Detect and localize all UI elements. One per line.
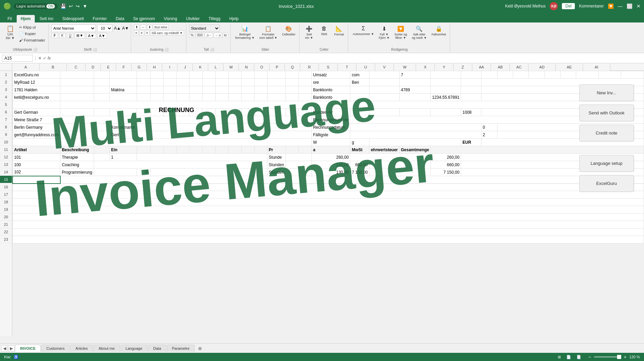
cell-AD1[interactable] xyxy=(576,71,598,79)
align-right-btn[interactable]: ≡ xyxy=(145,30,150,35)
row-21[interactable]: 21 xyxy=(0,221,12,228)
credit-note-btn[interactable]: Credit note xyxy=(579,125,634,141)
row-5[interactable]: 5 xyxy=(0,101,12,108)
comment-button[interactable]: Kommentarer xyxy=(579,4,604,9)
cell-O3[interactable] xyxy=(267,86,286,94)
cell-S10[interactable]: g xyxy=(350,139,369,146)
zoom-in-btn[interactable]: + xyxy=(623,354,628,360)
cell-N4[interactable] xyxy=(254,94,267,101)
cell-C11[interactable] xyxy=(94,146,109,154)
cell-W4[interactable] xyxy=(461,94,481,101)
cell-N11[interactable] xyxy=(254,146,267,154)
currency-btn[interactable]: kr xyxy=(223,33,228,38)
align-top-btn[interactable]: ⬆ xyxy=(134,25,139,30)
cell-A6[interactable]: Gert German xyxy=(13,109,60,116)
row-14[interactable]: 14 xyxy=(0,168,12,176)
col-header-K[interactable]: K xyxy=(193,63,208,71)
cell-G4[interactable] xyxy=(164,94,177,101)
add-sheet-btn[interactable]: ⊕ xyxy=(195,344,205,352)
cell-U3[interactable]: 4789 xyxy=(399,86,431,94)
cell-O13[interactable]: Stunden xyxy=(267,161,286,169)
cell-F3[interactable] xyxy=(151,86,164,94)
share-button[interactable]: Del xyxy=(562,3,575,9)
cell-styles-btn[interactable]: 🎨 Cellestiler xyxy=(280,25,297,37)
col-header-F[interactable]: F xyxy=(116,63,132,71)
col-header-AE[interactable]: AE xyxy=(556,63,583,71)
cell-S6[interactable] xyxy=(350,109,369,116)
col-header-Q[interactable]: Q xyxy=(285,63,300,71)
cell-E6[interactable] xyxy=(137,109,151,116)
confirm-formula-btn[interactable]: ✓ xyxy=(43,56,46,61)
cell-W9[interactable]: 2 xyxy=(481,131,497,139)
cell-P3[interactable] xyxy=(286,86,298,94)
cell-M4[interactable] xyxy=(241,94,254,101)
sensitivity-btn[interactable]: 🔒 Følsomhet xyxy=(430,25,448,37)
cell-M11[interactable] xyxy=(241,146,254,154)
cell-V3[interactable] xyxy=(431,86,461,94)
cell-R11[interactable]: a xyxy=(311,146,350,154)
row-3[interactable]: 3 xyxy=(0,86,12,93)
cell-I4[interactable] xyxy=(189,94,202,101)
col-header-E[interactable]: E xyxy=(101,63,116,71)
new-invoice-btn[interactable]: New Inv... xyxy=(579,84,634,101)
cell-R6[interactable]: Kunden-Nr xyxy=(311,109,350,116)
border-btn[interactable]: ⊞▼ xyxy=(75,33,85,38)
cell-A2[interactable]: MyRoad 12 xyxy=(13,79,60,86)
cell-A13[interactable]: 100 xyxy=(13,161,60,169)
cell-K11[interactable] xyxy=(215,146,228,154)
language-setup-btn[interactable]: Language setup xyxy=(579,155,634,172)
bold-btn[interactable]: F xyxy=(51,33,58,38)
cell-O4[interactable] xyxy=(267,94,286,101)
minimize-btn[interactable]: — xyxy=(618,3,623,9)
cell-A14[interactable]: 102 xyxy=(13,169,60,176)
cell-T1[interactable] xyxy=(369,71,399,79)
cell-B9[interactable] xyxy=(60,131,94,139)
sheet-scroll-right[interactable]: ▶ xyxy=(8,345,14,351)
tab-tillegg[interactable]: Tillegg xyxy=(204,15,225,22)
cell-Q11[interactable] xyxy=(298,146,311,154)
sheet-tab-data[interactable]: Data xyxy=(148,345,166,352)
cell-A12[interactable]: 101 xyxy=(13,154,60,161)
align-bottom-btn[interactable]: ⬇ xyxy=(147,25,152,30)
col-header-J[interactable]: J xyxy=(178,63,193,71)
cell-R14[interactable]: 130,00 xyxy=(311,169,350,176)
cell-M3[interactable] xyxy=(241,86,254,94)
cell-C12[interactable] xyxy=(94,154,109,161)
tab-fil[interactable]: Fil xyxy=(3,15,16,22)
redo-icon[interactable]: ↪ xyxy=(76,3,80,9)
cell-T11[interactable]: ehrwertsteuer xyxy=(369,146,399,154)
cell-R12[interactable]: 260,00 xyxy=(311,154,350,161)
cell-W10[interactable]: EUR xyxy=(461,139,481,146)
sheet-tab-parametre[interactable]: Parametre xyxy=(167,345,195,352)
sheet-tab-about-me[interactable]: About me xyxy=(93,345,120,352)
cell-AE1[interactable] xyxy=(599,71,621,79)
col-header-AA[interactable]: AA xyxy=(472,63,491,71)
cell-U11[interactable]: Gesamtmenge xyxy=(399,146,431,154)
row-18[interactable]: 18 xyxy=(0,198,12,206)
tab-hjem[interactable]: Hjem xyxy=(17,15,35,22)
cell-Q3[interactable] xyxy=(298,86,311,94)
col-header-G[interactable]: G xyxy=(132,63,147,71)
decrease-font-btn[interactable]: A▼ xyxy=(122,26,129,31)
page-break-view-btn[interactable]: 📑 xyxy=(577,355,581,359)
cell-R8[interactable]: Rechnungsdatum xyxy=(311,124,350,131)
cell-Q4[interactable] xyxy=(298,94,311,101)
page-view-btn[interactable]: 📄 xyxy=(566,355,571,359)
cell-H4[interactable] xyxy=(177,94,189,101)
cell-B3[interactable] xyxy=(60,86,94,94)
cell-P6[interactable] xyxy=(286,109,298,116)
cell-R3[interactable]: Bankkonto xyxy=(311,86,350,94)
cell-A7[interactable]: Meine Straße 7 xyxy=(13,116,60,124)
cell-B11[interactable]: Beschreibung xyxy=(60,146,94,154)
italic-btn[interactable]: K xyxy=(59,33,66,38)
conditional-format-btn[interactable]: 📊 Betingetformatering ▼ xyxy=(233,25,256,41)
row-19[interactable]: 19 xyxy=(0,206,12,213)
cell-L1[interactable] xyxy=(228,71,241,79)
cell-Q1[interactable] xyxy=(298,71,311,79)
cell-C6[interactable] xyxy=(94,109,109,116)
row-4[interactable]: 4 xyxy=(0,93,12,101)
col-header-AI[interactable]: AI xyxy=(583,63,610,71)
col-header-AB[interactable]: AB xyxy=(491,63,510,71)
sheet-tab-invoice[interactable]: INVOICE xyxy=(15,345,41,352)
cell-J3[interactable] xyxy=(202,86,215,94)
